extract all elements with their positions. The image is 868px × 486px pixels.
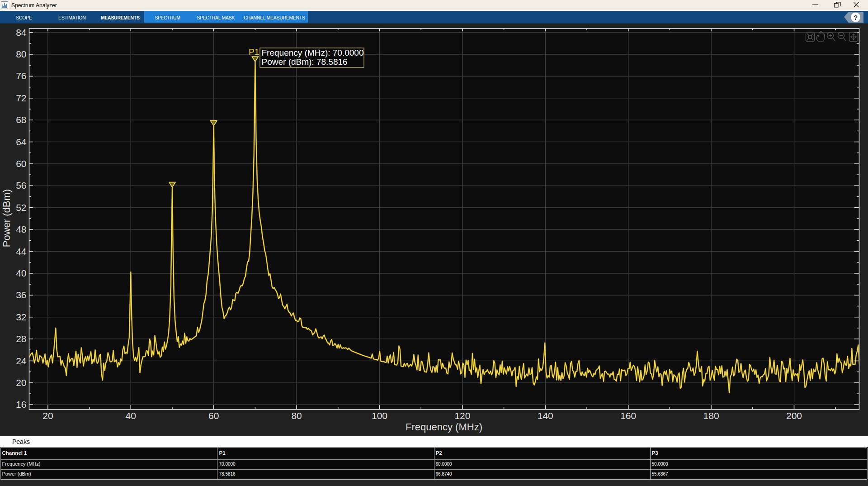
- svg-text:68: 68: [16, 114, 26, 125]
- svg-text:120: 120: [454, 410, 470, 421]
- svg-text:80: 80: [291, 410, 302, 421]
- svg-text:100: 100: [372, 410, 387, 421]
- svg-text:32: 32: [16, 312, 26, 322]
- svg-text:52: 52: [16, 202, 26, 213]
- svg-text:44: 44: [16, 246, 27, 257]
- svg-text:180: 180: [703, 410, 719, 421]
- svg-text:40: 40: [16, 268, 26, 278]
- svg-text:40: 40: [126, 410, 136, 421]
- svg-text:56: 56: [16, 180, 26, 191]
- svg-text:140: 140: [538, 410, 553, 421]
- svg-text:60: 60: [208, 410, 219, 421]
- svg-text:64: 64: [16, 137, 27, 147]
- svg-text:76: 76: [16, 71, 26, 81]
- svg-text:Power (dBm): Power (dBm): [1, 189, 12, 247]
- svg-text:20: 20: [42, 410, 53, 421]
- svg-text:Frequency (MHz): Frequency (MHz): [406, 421, 482, 433]
- svg-text:36: 36: [16, 290, 26, 300]
- svg-text:84: 84: [16, 27, 27, 38]
- svg-text:60: 60: [16, 158, 26, 169]
- svg-text:P1: P1: [249, 47, 259, 57]
- svg-text:72: 72: [16, 93, 26, 103]
- svg-text:Frequency (MHz): 70.0000: Frequency (MHz): 70.0000: [262, 48, 364, 57]
- svg-text:?: ?: [854, 14, 858, 21]
- svg-text:16: 16: [16, 399, 26, 410]
- svg-text:160: 160: [620, 410, 636, 421]
- svg-text:80: 80: [16, 49, 26, 59]
- svg-text:24: 24: [16, 356, 27, 366]
- svg-text:200: 200: [786, 410, 802, 421]
- svg-text:Power (dBm): 78.5816: Power (dBm): 78.5816: [262, 57, 348, 67]
- svg-text:48: 48: [16, 224, 26, 234]
- svg-text:20: 20: [16, 377, 26, 388]
- svg-text:28: 28: [16, 334, 26, 344]
